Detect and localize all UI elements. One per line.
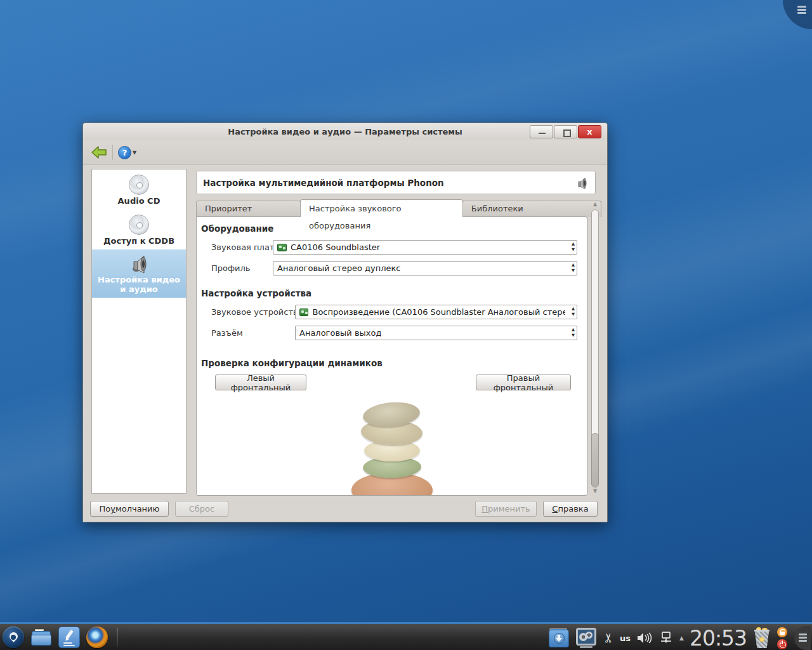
window-title: Настройка видео и аудио — Параметры сист… <box>83 123 607 140</box>
reset-button[interactable]: Сброс <box>175 501 228 517</box>
sidebar-item-audio-cd[interactable]: Audio CD <box>92 169 186 209</box>
help-icon: ? <box>118 146 131 159</box>
tab-device-priority[interactable]: Приоритет устройств <box>196 201 301 217</box>
sound-device-value: Воспроизведение (CA0106 Soundblaster Ана… <box>312 307 565 317</box>
sound-card-label: Звуковая плата <box>211 242 279 252</box>
help-footer-button[interactable]: Справка <box>543 501 598 517</box>
connector-label: Разъём <box>211 328 243 338</box>
sidebar-item-label: Настройка видео и аудио <box>95 275 183 294</box>
spinner-arrows-icon[interactable]: ▲▼ <box>572 241 575 253</box>
section-title-hardware: Оборудование <box>201 223 273 234</box>
spinner-arrows-icon[interactable]: ▲▼ <box>572 262 575 274</box>
speaker-icon <box>575 176 589 190</box>
close-button[interactable]: x <box>578 125 601 138</box>
profile-value: Аналоговый стерео дуплекс <box>277 263 400 273</box>
defaults-button[interactable]: По умолчанию <box>90 501 169 517</box>
profile-combobox[interactable]: Аналоговый стерео дуплекс ▲▼ <box>273 261 577 275</box>
desktop-background: Настройка видео и аудио — Параметры сист… <box>0 0 812 650</box>
spinner-arrows-icon[interactable]: ▲▼ <box>572 306 575 317</box>
taskbar: ✂ us ▲ 20:53 <box>0 622 812 650</box>
sidebar: Audio CD Доступ к CDDB Настройка видео и… <box>91 169 187 494</box>
apply-button[interactable]: Применить <box>475 501 537 517</box>
speaker-icon <box>128 253 150 274</box>
firefox-browser-icon[interactable] <box>86 627 108 648</box>
profile-label: Профиль <box>211 263 251 273</box>
volume-icon[interactable] <box>636 631 653 645</box>
sound-card-icon <box>299 308 308 316</box>
tab-audio-hardware-setup[interactable]: Настройка звукового оборудования <box>300 199 463 217</box>
module-header: Настройка мультимедийной платформы Phono… <box>196 171 596 194</box>
stack-icon <box>799 633 807 643</box>
scrollbar-thumb[interactable] <box>591 433 599 488</box>
module-title: Настройка мультимедийной платформы Phono… <box>203 178 575 188</box>
panel-toolbox-cashew[interactable] <box>794 626 811 650</box>
cd-icon <box>129 215 149 235</box>
minimize-button[interactable] <box>530 125 553 138</box>
taskbar-clock[interactable]: 20:53 <box>690 626 747 650</box>
keyboard-layout-indicator[interactable]: us <box>620 633 631 643</box>
sidebar-item-label: Audio CD <box>95 196 183 206</box>
spinner-arrows-icon[interactable]: ▲▼ <box>572 327 575 338</box>
connector-combobox[interactable]: Аналоговый выход ▲▼ <box>295 326 577 340</box>
front-right-speaker-button[interactable]: Правый фронтальный <box>476 375 571 390</box>
vertical-scrollbar[interactable]: ▲ ▼ <box>590 201 600 495</box>
sidebar-item-cddb[interactable]: Доступ к CDDB <box>92 209 186 249</box>
sidebar-item-audio-video-setup[interactable]: Настройка видео и аудио <box>92 249 186 298</box>
scroll-down-arrow[interactable]: ▼ <box>590 488 600 495</box>
scroll-up-arrow[interactable]: ▲ <box>590 201 600 208</box>
window-body: Audio CD Доступ к CDDB Настройка видео и… <box>83 166 607 522</box>
content-area: Настройка мультимедийной платформы Phono… <box>196 169 601 496</box>
app-launcher-icon[interactable] <box>3 627 24 648</box>
sound-card-combobox[interactable]: CA0106 Soundblaster ▲▼ <box>273 240 577 255</box>
section-title-speaker-test: Проверка конфигурации динамиков <box>201 358 383 368</box>
sound-device-label: Звуковое устройство <box>211 307 303 317</box>
maximize-button[interactable] <box>554 125 577 138</box>
tab-playback-libraries[interactable]: Библиотеки воспроизведения <box>462 201 601 217</box>
trash-icon[interactable] <box>752 627 771 649</box>
toolbar-separator <box>112 145 113 160</box>
taskbar-separator <box>117 628 118 647</box>
lock-screen-button[interactable] <box>777 627 787 637</box>
downloads-folder-tray-icon[interactable] <box>549 628 569 647</box>
stack-icon <box>797 6 806 15</box>
tab-bar: Приоритет устройств Настройка звукового … <box>196 199 601 217</box>
back-button[interactable] <box>89 144 108 161</box>
back-arrow-icon <box>91 145 107 159</box>
titlebar[interactable]: Настройка видео и аудио — Параметры сист… <box>83 123 607 140</box>
sound-card-value: CA0106 Soundblaster <box>291 242 380 252</box>
file-manager-icon[interactable] <box>30 627 52 648</box>
help-button[interactable]: ? ▼ <box>118 146 136 159</box>
cd-icon <box>129 175 149 195</box>
desktop-toolbox-cashew[interactable] <box>783 0 812 29</box>
power-button[interactable] <box>777 639 787 649</box>
network-icon[interactable] <box>658 630 674 646</box>
footer-button-row: По умолчанию Сброс Применить Справка <box>83 501 607 517</box>
expand-tray-arrow-icon[interactable]: ▲ <box>679 635 684 641</box>
sound-card-icon <box>277 244 287 251</box>
connector-value: Аналоговый выход <box>299 328 381 338</box>
system-settings-window: Настройка видео и аудио — Параметры сист… <box>82 123 608 522</box>
sound-device-combobox[interactable]: Воспроизведение (CA0106 Soundblaster Ана… <box>295 305 577 319</box>
notes-editor-icon[interactable] <box>58 627 80 648</box>
system-settings-tray-icon[interactable] <box>575 628 598 648</box>
toolbar: ? ▼ <box>83 140 607 165</box>
front-left-speaker-button[interactable]: Левый фронтальный <box>215 375 306 390</box>
speaker-test-stones-image <box>348 402 436 496</box>
clipboard-scissors-icon[interactable]: ✂ <box>603 633 615 644</box>
sidebar-item-label: Доступ к CDDB <box>95 236 183 246</box>
section-title-device: Настройка устройства <box>201 288 311 298</box>
tab-panel: Оборудование Звуковая плата CA0106 Sound… <box>196 216 587 496</box>
chevron-down-icon: ▼ <box>133 150 136 156</box>
